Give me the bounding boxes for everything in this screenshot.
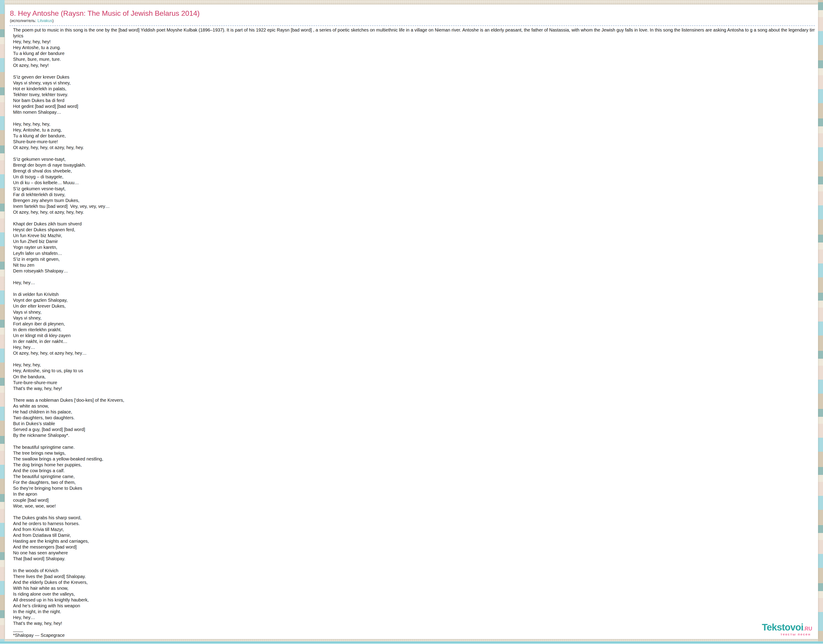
site-logo-tld: .RU (803, 626, 812, 632)
lyric-line: Voynt der gazlen Shalopay, (13, 297, 815, 303)
lyric-line: Un er klingt mit di kley-zayen (13, 333, 815, 339)
lyric-line: Shure-bure-mure-ture! (13, 139, 815, 144)
lyric-line: Ot azey, hey, hey! (13, 62, 815, 68)
lyric-line: Heyst der Dukes shpanen ferd, (13, 227, 815, 233)
lyric-line: No one has seen anywhere (13, 550, 815, 556)
song-title: 8. Hey Antoshe (Raysn: The Music of Jewi… (10, 9, 815, 17)
lyric-line: Hey, hey… (13, 615, 815, 620)
lyric-line (13, 356, 815, 362)
lyric-line: Un der elter krever Dukes, (13, 303, 815, 309)
artist-link[interactable]: Litvakus (37, 18, 52, 23)
right-edge-pattern (818, 0, 823, 644)
lyric-line: The swallow brings a yellow-beaked nestl… (13, 456, 815, 462)
lyric-line: There was a nobleman Dukes [‘doo-kes] of… (13, 397, 815, 403)
lyric-line: Un di ku – dos kelbele… Muuu… (13, 180, 815, 186)
lyric-line: Hey, hey, hey, (13, 362, 815, 368)
lyric-line: In the woods of Krivich (13, 568, 815, 573)
lyric-line: Tu a klung af der bandure (13, 51, 815, 56)
lyric-line: But in Dukes’s stable (13, 421, 815, 426)
lyric-line: For the daughters, two of them, (13, 479, 815, 485)
lyric-line: Hey, hey… (13, 344, 815, 350)
left-edge-pattern (0, 0, 5, 644)
lyric-line: In der nakht, in der nakht… (13, 339, 815, 344)
lyric-line: Tu a klung af der bandure, (13, 133, 815, 139)
lyric-line (13, 215, 815, 221)
lyric-line: Tekhter tsvey, tekhter tsvey. (13, 92, 815, 98)
lyric-line (13, 391, 815, 397)
lyric-line: And the messengers [bad word] (13, 544, 815, 550)
lyric-line: That’s the way, hey, hey! (13, 620, 815, 626)
artist-label-suffix: ) (52, 18, 54, 23)
lyric-line: Vays vi shney, vays vi shney, (13, 80, 815, 86)
lyric-line: Ot azey, hey, hey, ot azey, hey, hey. (13, 209, 815, 215)
lyric-line: Served a guy, [bad word] [bad word] (13, 426, 815, 432)
lyric-line: Hot er kinderlekh in palats, (13, 86, 815, 92)
lyric-line (13, 509, 815, 515)
lyric-line (13, 274, 815, 280)
lyric-line: Woe, woe, woe, woe! (13, 503, 815, 509)
lyric-line: By the nickname Shalopay*. (13, 432, 815, 438)
lyric-line: He had children in his palace, (13, 409, 815, 415)
artist-line: (исполнитель: Litvakus) (10, 18, 815, 23)
lyric-line (13, 439, 815, 444)
lyric-line: Two daughters, two daughters. (13, 415, 815, 421)
lyric-line: Hey, Antoshe, sing to us, play to us (13, 368, 815, 374)
lyric-line: S’iz geven der krever Dukes (13, 74, 815, 80)
lyric-line: S’iz gekumen vesne-tsayt, (13, 186, 815, 192)
lyric-line: Nor bam Dukes ba di ferd (13, 98, 815, 103)
song-text-block: The poem put to music in this song is th… (13, 27, 815, 638)
lyric-line: Dem rotseyakh Shalopay… (13, 268, 815, 274)
lyric-line: Vays vi shney, (13, 309, 815, 315)
lyric-line: In di velder fun Krivitsh (13, 291, 815, 297)
lyric-line: Brengt di shval dos shvebele, (13, 168, 815, 174)
lyric-line: Un fun Kreve biz Mazhir, (13, 233, 815, 238)
lyric-line: Hey, hey… (13, 280, 815, 285)
lyric-line: Far di tekhterlekh di tsvey, (13, 192, 815, 198)
lyric-line: The Dukes grabs his sharp sword, (13, 515, 815, 521)
lyric-line: The dog brings home her puppies, (13, 462, 815, 468)
lyric-line: All dressed up in his knightly hauberk, (13, 597, 815, 603)
lyric-line: Brengt der boym di naye tsvayglakh. (13, 162, 815, 168)
lyric-line: Hey Antoshe, tu a zung. (13, 44, 815, 51)
lyric-line: In the apron (13, 491, 815, 497)
lyric-line: In the night, in the night. (13, 609, 815, 615)
footnote-divider: ____ (13, 626, 815, 632)
lyric-line: S’iz gekumen vesne-tsayt, (13, 156, 815, 162)
lyric-line: Ture-bure-shure-mure (13, 380, 815, 385)
lyric-line: And the elderly Dukes of the Krevers, (13, 580, 815, 585)
lyric-line: That [bad word] Shalopay. (13, 556, 815, 561)
lyric-line: And from Dziatlava till Damir, (13, 532, 815, 538)
lyric-line: Ot azey, hey, hey, ot azey, hey, hey. (13, 144, 815, 150)
lyric-line: Yogn rayter un karetn, (13, 244, 815, 250)
lyric-line: Ot azey, hey, hey, ot azey hey, hey… (13, 350, 815, 356)
lyrics-lines: Hey, hey, hey, hey!Hey Antoshe, tu a zun… (13, 39, 815, 626)
lyric-line: And from Krivia till Mazyr, (13, 526, 815, 532)
lyric-line: And he orders to harness horses. (13, 521, 815, 526)
lyric-line: The beautiful springtime came, (13, 474, 815, 479)
lyric-line: Hey, Antoshe, tu a zung, (13, 127, 815, 133)
lyric-line: Inem fartekh tsu [bad word] Vey, vey, ve… (13, 203, 815, 209)
song-description: The poem put to music in this song is th… (13, 27, 815, 33)
lyric-line: Hey, hey, hey, hey, (13, 121, 815, 127)
content-panel: 8. Hey Antoshe (Raysn: The Music of Jewi… (5, 5, 818, 639)
lyric-line (13, 285, 815, 291)
lyric-line: The beautiful springtime came. (13, 444, 815, 450)
top-stitch-line (0, 2, 823, 2)
lyric-line: Hey, hey, hey, hey! (13, 39, 815, 44)
lyric-line: couple [bad word] (13, 497, 815, 503)
lyric-line: And the cow brings a calf. (13, 468, 815, 474)
lyric-line: With his hair white as snow, (13, 585, 815, 591)
lyric-line: Hot gedint [bad word] [bad word] (13, 103, 815, 109)
lyrics-label: lyrics (13, 33, 815, 39)
lyric-line: Nit tsu zen (13, 262, 815, 268)
lyric-line: There lives the [bad word] Shalopay. (13, 573, 815, 580)
lyric-line: So they’re bringing home to Dukes (13, 485, 815, 491)
footnote-text: *Shalopay — Scapegrace (13, 632, 815, 638)
site-logo[interactable]: Tekstovoi.RU тексты песен (762, 623, 812, 636)
lyric-line: Vays vi shney, (13, 315, 815, 321)
lyric-line: Un di tsoyg – di tsaygele, (13, 174, 815, 180)
lyric-line: Hasting are the knights and carriages, (13, 538, 815, 544)
lyric-line: Un fun Zhetl biz Damir (13, 238, 815, 244)
lyric-line: Is riding alone over the valleys, (13, 591, 815, 597)
lyric-line: The tree brings new twigs, (13, 450, 815, 456)
